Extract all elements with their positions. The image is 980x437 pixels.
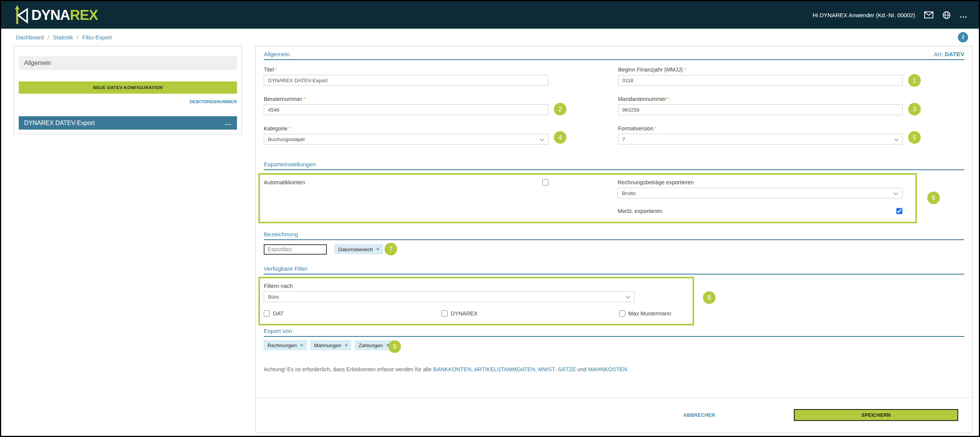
- form-footer: ABBRECHEN SPEICHERN: [256, 397, 972, 432]
- beraternummer-input[interactable]: [264, 104, 548, 115]
- tag-rechnungen[interactable]: Rechnungen ×: [264, 340, 307, 350]
- beginn-finanzjahr-input[interactable]: [618, 75, 903, 86]
- formatversion-select[interactable]: 7: [618, 134, 903, 145]
- field-kategorie: Kategorie* Buchungsstapel: [264, 125, 548, 145]
- required-mark: *: [303, 96, 306, 102]
- kategorie-select-wrap: Buchungsstapel: [264, 134, 548, 145]
- tag-close-icon[interactable]: ×: [300, 343, 303, 348]
- logo-rex: REX: [70, 7, 98, 23]
- beginn-finanzjahr-label: Beginn Finanzjahr (MMJJ)*: [618, 67, 903, 73]
- formatversion-label: Formatversion*: [618, 125, 903, 132]
- field-formatversion: Formatversion* 7: [618, 125, 903, 145]
- tag-label: Zahlungen: [359, 343, 383, 348]
- tag-close-icon[interactable]: ×: [345, 343, 347, 348]
- warning-text: Achtung! Es ist erforderlich, dass Erlös…: [264, 366, 964, 372]
- dynarex-checkbox[interactable]: [441, 310, 448, 317]
- step-badge-9: 9: [388, 340, 401, 353]
- rechnungsbetraege-select-wrap: Brutto: [618, 188, 902, 198]
- tag-label: Datumsbereich: [338, 247, 373, 252]
- required-mark: *: [655, 125, 657, 132]
- rechnungsbetraege-select[interactable]: Brutto: [618, 188, 902, 198]
- field-titel: Titel*: [264, 67, 548, 86]
- mwst-row: MwSt. exportieren: [618, 208, 902, 214]
- section-bezeichnung: Bezeichnung: [264, 231, 964, 240]
- section-title: Export von: [264, 328, 292, 335]
- mandantennummer-input[interactable]: [618, 104, 903, 115]
- sidebar-panel: Allgemein NEUE DATEV-KONFIGURATION DEBIT…: [14, 46, 242, 134]
- step-badge-8: 8: [703, 291, 716, 304]
- breadcrumb-separator: /: [77, 34, 78, 41]
- filter-select-wrap: Büro: [264, 291, 634, 302]
- breadcrumb: Dashboard / Statistik / Fibu-Export i: [1, 29, 979, 45]
- breadcrumb-statistik[interactable]: Statistik: [53, 34, 73, 41]
- tag-zahlungen[interactable]: Zahlungen ×: [355, 340, 393, 350]
- mwst-saetze-link[interactable]: MWST.-SÄTZE: [538, 366, 576, 372]
- mahnkosten-link[interactable]: MAHNKOSTEN: [588, 366, 627, 372]
- step-badge-3: 3: [908, 103, 921, 115]
- tag-datumsbereich[interactable]: Datumsbereich ×: [334, 244, 383, 254]
- filter-option-dat[interactable]: DAT: [264, 310, 441, 317]
- dat-checkbox[interactable]: [264, 310, 270, 317]
- debitorennummer-link[interactable]: DEBITORENNUMMER: [190, 99, 237, 104]
- logo-arrow-icon: [14, 5, 29, 25]
- mail-icon[interactable]: [924, 11, 933, 18]
- sidebar-item-dynarex-datev-export[interactable]: DYNAREX DATEV-Export ...: [19, 116, 237, 130]
- app-window: DYNAREX Hi DYNAREX Anwender (Kd.-Nr. 000…: [0, 0, 980, 437]
- tag-label: Rechnungen: [268, 343, 297, 348]
- titel-input[interactable]: [264, 75, 548, 86]
- filter-option-max-mustermann[interactable]: Max Mustermann: [619, 310, 693, 317]
- kategorie-select[interactable]: Buchungsstapel: [264, 134, 548, 145]
- required-mark: *: [275, 67, 277, 73]
- artikelstammdaten-link[interactable]: ARTIKELSTAMMDATEN: [474, 366, 535, 372]
- field-beginn-finanzjahr: Beginn Finanzjahr (MMJJ)*: [618, 67, 903, 86]
- section-title: Bezeichnung: [264, 231, 298, 238]
- rechnungsbetraege-label: Rechnungsbeträge exportieren: [618, 179, 902, 185]
- info-icon[interactable]: i: [958, 32, 968, 42]
- more-menu-icon[interactable]: ...: [960, 13, 967, 16]
- mwst-checkbox[interactable]: [896, 208, 902, 214]
- checkbox-label: Max Mustermann: [628, 310, 671, 317]
- cancel-button[interactable]: ABBRECHEN: [683, 413, 715, 418]
- tag-mahnungen[interactable]: Mahnungen ×: [310, 340, 351, 350]
- required-mark: *: [684, 67, 686, 73]
- filter-option-dynarex[interactable]: DYNAREX: [441, 310, 619, 317]
- max-mustermann-checkbox[interactable]: [619, 310, 625, 317]
- breadcrumb-dashboard[interactable]: Dashboard: [16, 34, 44, 41]
- new-datev-config-button[interactable]: NEUE DATEV-KONFIGURATION: [19, 81, 237, 94]
- tag-label: Mahnungen: [314, 343, 341, 348]
- formatversion-select-wrap: 7: [618, 134, 903, 145]
- mwst-label: MwSt. exportieren: [618, 208, 662, 214]
- exporteinstellungen-box: Automatikkonten Rechnungsbeträge exporti…: [258, 173, 917, 223]
- step-badge-4: 4: [554, 131, 566, 144]
- step-badge-7: 7: [385, 243, 397, 255]
- save-button[interactable]: SPEICHERN: [794, 409, 958, 421]
- filter-checkbox-row: DAT DYNAREX Max Mustermann: [264, 310, 693, 317]
- tag-close-icon[interactable]: ×: [376, 247, 379, 252]
- bankkonten-link[interactable]: BANKKONTEN: [433, 366, 471, 372]
- field-mandantennummer: Mandantennummer*: [618, 96, 903, 115]
- step-badge-2: 2: [554, 103, 566, 115]
- filter-select[interactable]: Büro: [264, 291, 634, 302]
- required-mark: *: [667, 96, 670, 102]
- globe-icon[interactable]: [943, 11, 951, 19]
- breadcrumb-fibu-export[interactable]: Fibu-Export: [82, 34, 112, 41]
- sidebar-group-allgemein[interactable]: Allgemein: [19, 56, 237, 70]
- section-export-von: Export von: [264, 328, 964, 337]
- section-exporteinstellungen: Exporteinstellungen: [264, 161, 964, 170]
- logo-dyna: DYNA: [31, 7, 70, 23]
- checkbox-label: DYNAREX: [451, 310, 477, 317]
- filter-box: Filtern nach Büro DAT DYNAREX Max Muster…: [258, 277, 694, 325]
- art-datev-label: Art: DATEV: [934, 51, 964, 58]
- field-beraternummer: Beraternummer*: [264, 96, 548, 115]
- app-logo[interactable]: DYNAREX: [14, 5, 98, 25]
- exportbez-input[interactable]: [264, 244, 327, 255]
- export-right-col: Rechnungsbeträge exportieren Brutto MwSt…: [618, 179, 902, 222]
- titel-label: Titel*: [264, 67, 548, 73]
- automatikkonten-checkbox[interactable]: [542, 179, 548, 185]
- filtern-nach-label: Filtern nach: [264, 283, 693, 289]
- export-von-tags: Rechnungen × Mahnungen × Zahlungen ×: [264, 340, 964, 350]
- config-form-panel: Allgemein Art: DATEV Titel* Beginn Finan…: [255, 46, 973, 432]
- step-badge-1: 1: [908, 74, 921, 87]
- automatikkonten-row: Automatikkonten: [264, 179, 548, 222]
- bezeichnung-row: Datumsbereich ×: [264, 244, 964, 255]
